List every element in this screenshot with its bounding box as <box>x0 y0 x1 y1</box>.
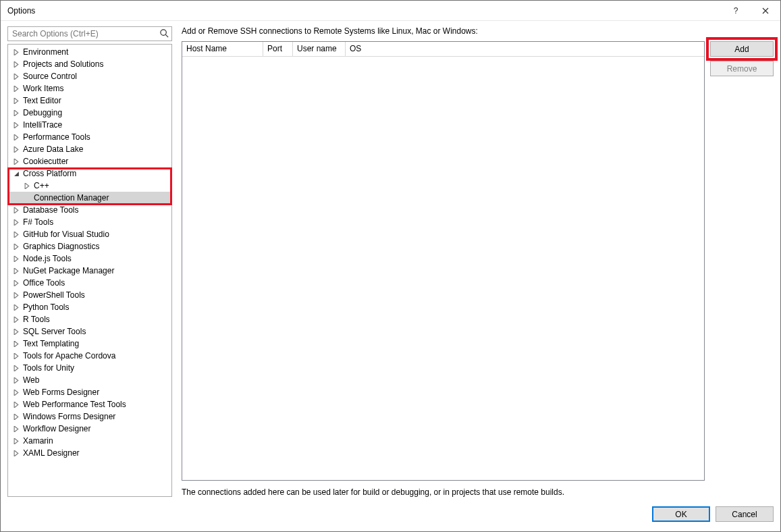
tree-item[interactable]: Tools for Apache Cordova <box>8 350 171 362</box>
tree-item[interactable]: Debugging <box>8 107 171 119</box>
chevron-right-icon[interactable] <box>12 340 20 348</box>
tree-item[interactable]: NuGet Package Manager <box>8 265 171 277</box>
tree-item[interactable]: SQL Server Tools <box>8 325 171 338</box>
chevron-right-icon[interactable] <box>12 206 20 214</box>
tree-item[interactable]: Azure Data Lake <box>8 143 171 155</box>
tree-item-label: Database Tools <box>23 205 79 215</box>
tree-item[interactable]: Cookiecutter <box>8 155 171 167</box>
tree-item[interactable]: Projects and Solutions <box>8 58 171 70</box>
chevron-right-icon[interactable] <box>12 97 20 105</box>
dialog-footer: OK Cancel <box>1 497 780 531</box>
help-button[interactable]: ? <box>721 1 751 21</box>
tree-item[interactable]: F# Tools <box>8 216 171 228</box>
ok-button[interactable]: OK <box>652 506 710 522</box>
chevron-right-icon[interactable] <box>12 267 20 275</box>
chevron-right-icon[interactable] <box>12 388 20 396</box>
chevron-right-icon[interactable] <box>12 437 20 445</box>
tree-item-label: Xamarin <box>23 436 53 446</box>
chevron-right-icon[interactable] <box>12 72 20 80</box>
cancel-button[interactable]: Cancel <box>716 506 774 522</box>
chevron-right-icon[interactable] <box>12 315 20 323</box>
tree-item-label: NuGet Package Manager <box>23 266 114 275</box>
chevron-right-icon[interactable] <box>12 121 20 129</box>
tree-item[interactable]: Performance Tools <box>8 131 171 143</box>
chevron-right-icon[interactable] <box>12 364 20 372</box>
tree-item-label: Python Tools <box>23 302 70 312</box>
tree-item[interactable]: PowerShell Tools <box>8 289 171 301</box>
tree-item-label: Tools for Apache Cordova <box>23 351 115 361</box>
chevron-right-icon[interactable] <box>12 449 20 457</box>
tree-item-label: Tools for Unity <box>23 363 74 373</box>
tree-item[interactable]: Connection Manager <box>8 192 171 204</box>
chevron-right-icon[interactable] <box>12 157 20 165</box>
tree-item[interactable]: Web <box>8 374 171 386</box>
remove-button: Remove <box>710 61 774 76</box>
tree-item[interactable]: GitHub for Visual Studio <box>8 228 171 240</box>
search-input[interactable] <box>7 26 172 41</box>
chevron-right-icon[interactable] <box>23 182 31 190</box>
chevron-right-icon[interactable] <box>12 255 20 263</box>
col-os[interactable]: OS <box>346 42 704 57</box>
col-port[interactable]: Port <box>263 42 293 57</box>
chevron-right-icon[interactable] <box>12 327 20 336</box>
tree-item[interactable]: Text Templating <box>8 338 171 350</box>
options-tree[interactable]: EnvironmentProjects and SolutionsSource … <box>7 44 172 497</box>
tree-item[interactable]: C++ <box>8 180 171 192</box>
tree-item[interactable]: Web Forms Designer <box>8 386 171 398</box>
chevron-right-icon[interactable] <box>12 291 20 299</box>
col-hostname[interactable]: Host Name <box>182 42 263 57</box>
chevron-right-icon[interactable] <box>12 60 20 68</box>
tree-item[interactable]: Environment <box>8 46 171 58</box>
tree-item[interactable]: Tools for Unity <box>8 362 171 374</box>
tree-item[interactable]: Xamarin <box>8 435 171 447</box>
chevron-right-icon[interactable] <box>12 48 20 56</box>
tree-item-label: R Tools <box>23 315 50 324</box>
col-username[interactable]: User name <box>293 42 346 57</box>
chevron-right-icon[interactable] <box>23 194 31 202</box>
connections-table[interactable]: Host Name Port User name OS <box>182 41 705 481</box>
chevron-right-icon[interactable] <box>12 133 20 141</box>
tree-item-label: Environment <box>23 47 68 57</box>
chevron-right-icon[interactable] <box>12 218 20 226</box>
chevron-right-icon[interactable] <box>12 425 20 433</box>
tree-item[interactable]: Web Performance Test Tools <box>8 398 171 410</box>
table-body <box>182 57 704 480</box>
chevron-right-icon[interactable] <box>12 376 20 384</box>
tree-item-label: Source Control <box>23 72 77 81</box>
tree-item-label: Text Editor <box>23 96 61 105</box>
tree-item[interactable]: Database Tools <box>8 204 171 216</box>
tree-item[interactable]: R Tools <box>8 313 171 325</box>
options-dialog: Options ? EnvironmentProjects and Soluti… <box>0 0 781 532</box>
chevron-right-icon[interactable] <box>12 400 20 408</box>
chevron-right-icon[interactable] <box>12 230 20 238</box>
tree-item[interactable]: Node.js Tools <box>8 252 171 265</box>
chevron-right-icon[interactable] <box>12 303 20 311</box>
tree-item[interactable]: XAML Designer <box>8 447 171 459</box>
tree-item-label: Work Items <box>23 84 63 93</box>
tree-item-label: Debugging <box>23 108 62 117</box>
tree-item-label: Windows Forms Designer <box>23 412 115 421</box>
chevron-right-icon[interactable] <box>12 279 20 287</box>
close-button[interactable] <box>751 1 780 21</box>
tree-item[interactable]: Work Items <box>8 82 171 95</box>
tree-item[interactable]: IntelliTrace <box>8 119 171 131</box>
tree-item[interactable]: Text Editor <box>8 95 171 107</box>
chevron-right-icon[interactable] <box>12 413 20 421</box>
chevron-right-icon[interactable] <box>12 84 20 92</box>
chevron-right-icon[interactable] <box>12 242 20 250</box>
close-icon <box>762 7 769 14</box>
chevron-right-icon[interactable] <box>12 145 20 153</box>
tree-item[interactable]: Windows Forms Designer <box>8 410 171 423</box>
tree-item[interactable]: Python Tools <box>8 301 171 313</box>
tree-item[interactable]: Graphics Diagnostics <box>8 240 171 252</box>
tree-item[interactable]: Office Tools <box>8 277 171 289</box>
add-button[interactable]: Add <box>710 41 774 57</box>
tree-item-label: Web Performance Test Tools <box>23 400 126 409</box>
chevron-down-icon[interactable] <box>12 169 20 178</box>
tree-item[interactable]: Workflow Designer <box>8 423 171 435</box>
chevron-right-icon[interactable] <box>12 109 20 117</box>
tree-item[interactable]: Source Control <box>8 70 171 82</box>
tree-item-label: Performance Tools <box>23 132 90 142</box>
tree-item[interactable]: Cross Platform <box>8 167 171 180</box>
chevron-right-icon[interactable] <box>12 352 20 360</box>
